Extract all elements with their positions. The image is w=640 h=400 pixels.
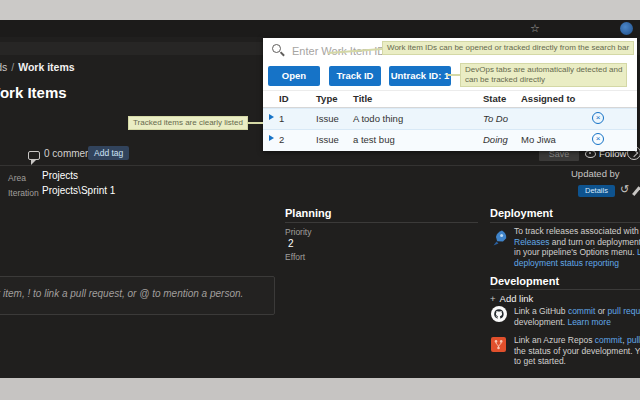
updated-by-label: Updated by xyxy=(571,168,620,179)
cell-assigned-to: Mo Jiwa xyxy=(521,134,556,145)
development-divider xyxy=(490,289,640,290)
deployment-line: To track releases associated with this w… xyxy=(514,226,640,237)
annotation-leader-line xyxy=(447,74,460,76)
breadcrumb-separator: / xyxy=(11,61,14,73)
cell-state: To Do xyxy=(483,113,508,124)
add-link-button[interactable]: +Add link xyxy=(490,293,533,304)
breadcrumb: Boards/Work items xyxy=(0,61,75,73)
screen: ☆ Boards/Work items Work Items 0 comment… xyxy=(0,0,640,400)
annotation-tabs-tip: DevOps tabs are automatically detected a… xyxy=(460,63,627,87)
header-divider xyxy=(0,165,640,166)
cell-state: Doing xyxy=(483,134,508,145)
deployment-divider xyxy=(490,222,640,223)
open-button[interactable]: Open xyxy=(268,66,320,86)
eye-icon xyxy=(585,150,596,158)
inline-link[interactable]: pull request xyxy=(627,335,640,345)
deployment-line: deployment status reporting xyxy=(514,258,640,269)
col-header-assigned-to: Assigned to xyxy=(521,93,575,104)
area-value[interactable]: Projects xyxy=(42,170,78,181)
azure-repos-icon xyxy=(491,337,506,356)
expand-arrow-icon[interactable] xyxy=(269,135,274,141)
col-header-type: Type xyxy=(316,93,337,104)
inline-link[interactable]: commit xyxy=(568,306,595,316)
browser-toolbar xyxy=(0,20,640,37)
planning-divider xyxy=(285,222,478,223)
cell-type: Issue xyxy=(316,134,339,145)
rocket-icon xyxy=(491,229,509,251)
untrack-id-button[interactable]: Untrack ID: 1 xyxy=(389,66,451,86)
priority-label: Priority xyxy=(285,227,311,237)
page-title: Work Items xyxy=(0,84,67,101)
col-header-state: State xyxy=(483,93,506,104)
table-top-border xyxy=(263,90,637,91)
discussion-input[interactable]: Use # to link a work item, ! to link a p… xyxy=(0,276,275,315)
tab-details[interactable]: Details xyxy=(578,185,615,197)
cell-id: 1 xyxy=(279,113,284,124)
breadcrumb-work-items[interactable]: Work items xyxy=(18,61,74,73)
github-icon xyxy=(491,306,507,326)
cell-type: Issue xyxy=(316,113,339,124)
deployment-line: Releases and turn on deployment status r… xyxy=(514,237,640,248)
bookmark-star-icon[interactable]: ☆ xyxy=(530,21,540,35)
history-tab-icon[interactable]: ↺ xyxy=(620,183,629,196)
repos-line: Link an Azure Repos commit, pull request… xyxy=(514,335,640,346)
untrack-row-icon[interactable]: × xyxy=(592,112,604,124)
bottom-strip xyxy=(0,378,640,400)
priority-value[interactable]: 2 xyxy=(288,238,294,249)
planning-heading: Planning xyxy=(285,207,331,219)
inline-link[interactable]: Learn more xyxy=(567,317,610,327)
area-label: Area xyxy=(8,173,26,183)
inline-link[interactable]: deployment status reporting xyxy=(514,258,619,268)
inline-link[interactable]: pull request xyxy=(608,306,640,316)
iteration-value[interactable]: Projects\Sprint 1 xyxy=(42,185,115,196)
track-id-button[interactable]: Track ID xyxy=(329,66,381,86)
plus-icon: + xyxy=(490,293,496,304)
expand-arrow-icon[interactable] xyxy=(269,114,274,120)
annotation-search-tip: Work item IDs can be opened or tracked d… xyxy=(382,41,634,55)
browser-top-strip xyxy=(0,0,640,20)
annotation-tracked-tip: Tracked items are clearly listed xyxy=(128,116,248,130)
discussion-placeholder: Use # to link a work item, ! to link a p… xyxy=(0,288,274,299)
search-icon xyxy=(272,44,281,53)
breadcrumb-boards[interactable]: Boards xyxy=(0,61,7,73)
inline-link[interactable]: Releases xyxy=(514,237,549,247)
cell-id: 2 xyxy=(279,134,284,145)
deployment-heading: Deployment xyxy=(490,207,553,219)
deployment-line: in your pipeline's Options menu. Learn m… xyxy=(514,247,640,258)
effort-label: Effort xyxy=(285,252,305,262)
col-header-title: Title xyxy=(353,93,372,104)
iteration-label: Iteration xyxy=(8,188,39,198)
untrack-row-icon[interactable]: × xyxy=(592,133,604,145)
repos-line: the status of your development. You can … xyxy=(514,346,640,357)
deployment-text: To track releases associated with this w… xyxy=(514,226,640,268)
github-text: Link a GitHub commit or pull request to … xyxy=(514,306,640,327)
col-header-id: ID xyxy=(279,93,289,104)
github-line: Link a GitHub commit or pull request to … xyxy=(514,306,640,317)
development-heading: Development xyxy=(490,275,559,287)
github-line: development. Learn more xyxy=(514,317,640,328)
extension-icon[interactable] xyxy=(620,22,633,35)
azure-repos-text: Link an Azure Repos commit, pull request… xyxy=(514,335,640,367)
cell-title: a test bug xyxy=(353,134,395,145)
add-tag-button[interactable]: Add tag xyxy=(88,146,129,160)
comments-icon xyxy=(28,151,40,160)
inline-link[interactable]: commit xyxy=(595,335,622,345)
cell-title: A todo thing xyxy=(353,113,403,124)
repos-line: to get started. xyxy=(514,356,640,367)
